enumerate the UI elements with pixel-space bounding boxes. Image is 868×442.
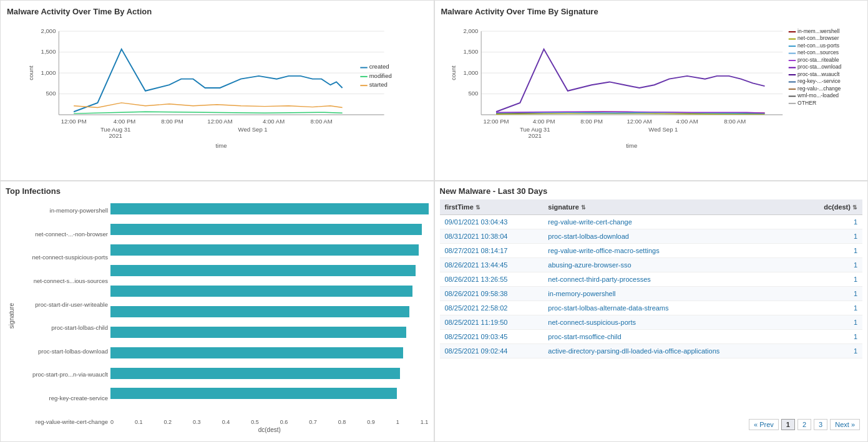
- cell-signature-6[interactable]: proc-start-lolbas-alternate-data-streams: [543, 301, 801, 315]
- table-row: 08/27/2021 08:14:17 reg-value-write-offi…: [440, 244, 863, 258]
- svg-text:1,000: 1,000: [41, 69, 56, 76]
- table-row: 08/31/2021 10:38:04 proc-start-lolbas-do…: [440, 229, 863, 244]
- cell-dc-8: 1: [801, 330, 862, 344]
- cell-firsttime-2: 08/27/2021 08:14:17: [440, 244, 544, 258]
- svg-text:Tue Aug 31: Tue Aug 31: [519, 126, 549, 133]
- cell-dc-4: 1: [801, 272, 862, 287]
- svg-text:12:00 AM: 12:00 AM: [627, 118, 651, 125]
- cell-dc-3: 1: [801, 258, 862, 272]
- cell-signature-2[interactable]: reg-value-write-office-macro-settings: [543, 244, 801, 258]
- signature-chart-svg: 2,000 1,500 1,000 500 count 12:00 PM 4:0…: [441, 19, 862, 156]
- x-tick-1: 0.1: [135, 419, 143, 425]
- table-row: 08/25/2021 22:58:02 proc-start-lolbas-al…: [440, 301, 863, 315]
- bar-label-8: reg-key-create-service: [17, 395, 108, 401]
- prev-button[interactable]: « Prev: [749, 419, 779, 430]
- table-row: 08/25/2021 09:02:44 active-directory-par…: [440, 344, 863, 358]
- svg-text:8:00 AM: 8:00 AM: [311, 118, 333, 125]
- svg-text:4:00 PM: 4:00 PM: [532, 118, 555, 125]
- action-chart-svg: 2,000 1,500 1,000 500 count 12:00 PM 4:0…: [7, 19, 427, 156]
- bar-label-5: proc-start-lolbas-child: [17, 324, 108, 331]
- bar-row-4: [110, 285, 429, 297]
- cell-dc-7: 1: [801, 315, 862, 330]
- page-2-button[interactable]: 2: [797, 419, 811, 430]
- svg-text:Tue Aug 31: Tue Aug 31: [100, 126, 130, 133]
- bar-label-9: reg-value-write-cert-change: [17, 418, 108, 425]
- bar-label-2: net-connect-suspicious-ports: [17, 254, 108, 261]
- svg-text:2021: 2021: [528, 132, 541, 139]
- bar-label-6: proc-start-lolbas-download: [17, 348, 108, 355]
- chart-title-signature: Malware Activity Over Time By Signature: [441, 7, 862, 16]
- cell-signature-4[interactable]: net-connect-third-party-processes: [543, 272, 801, 287]
- x-tick-0: 0: [110, 419, 114, 425]
- svg-text:count: count: [450, 65, 457, 80]
- svg-rect-60: [788, 67, 795, 69]
- svg-text:net-con...browser: net-con...browser: [797, 35, 839, 41]
- table-row: 09/01/2021 03:04:43 reg-value-write-cert…: [440, 215, 863, 229]
- cell-firsttime-0: 09/01/2021 03:04:43: [440, 215, 544, 229]
- svg-text:4:00 PM: 4:00 PM: [114, 118, 136, 125]
- cell-signature-7[interactable]: net-connect-suspicious-ports: [543, 315, 801, 330]
- bar-label-3: net-connect-s...ious-sources: [17, 277, 108, 284]
- page-3-button[interactable]: 3: [814, 419, 827, 430]
- top-infections-panel: Top Infections signature in-memory-power…: [0, 181, 434, 442]
- table-row: 08/26/2021 09:58:38 in-memory-powershell…: [440, 287, 863, 301]
- bar-label-4: proc-start-dir-user-writeable: [17, 301, 108, 308]
- svg-text:12:00 PM: 12:00 PM: [483, 118, 509, 125]
- sort-icon-dc: ⇅: [852, 204, 857, 211]
- cell-dc-9: 1: [801, 344, 862, 358]
- cell-dc-2: 1: [801, 244, 862, 258]
- cell-dc-6: 1: [801, 301, 862, 315]
- top-right-panel: Malware Activity Over Time By Signature …: [434, 0, 869, 181]
- cell-firsttime-8: 08/25/2021 09:03:45: [440, 330, 544, 344]
- table-container[interactable]: firstTime ⇅ signature ⇅ dc(dest) ⇅ 09/01…: [440, 199, 863, 415]
- bar-row-8: [110, 367, 429, 380]
- cell-signature-3[interactable]: abusing-azure-browser-sso: [543, 258, 801, 272]
- x-tick-3: 0.3: [193, 419, 201, 425]
- svg-text:8:00 PM: 8:00 PM: [161, 118, 183, 125]
- bar-row-1: [110, 223, 429, 236]
- bar-row-9: [110, 387, 429, 400]
- svg-rect-54: [788, 46, 795, 47]
- cell-dc-0: 1: [801, 215, 862, 229]
- svg-text:wml-mo...-loaded: wml-mo...-loaded: [797, 92, 839, 98]
- col-header-dc[interactable]: dc(dest) ⇅: [801, 199, 862, 215]
- svg-text:reg-valu-...change: reg-valu-...change: [797, 85, 841, 92]
- bar-label-0: in-memory-powershell: [17, 207, 108, 214]
- svg-text:Wed Sep 1: Wed Sep 1: [238, 126, 268, 133]
- svg-rect-26: [360, 85, 367, 86]
- cell-signature-9[interactable]: active-directory-parsing-dll-loaded-via-…: [543, 344, 801, 358]
- svg-text:1,500: 1,500: [463, 48, 478, 55]
- malware-table-panel: New Malware - Last 30 Days firstTime ⇅ s…: [434, 181, 869, 442]
- svg-text:2021: 2021: [109, 132, 122, 139]
- col-header-firsttime[interactable]: firstTime ⇅: [440, 199, 544, 215]
- svg-text:500: 500: [468, 90, 478, 97]
- svg-text:time: time: [215, 142, 227, 149]
- x-tick-8: 0.8: [338, 419, 346, 425]
- table-title: New Malware - Last 30 Days: [440, 186, 863, 196]
- malware-table: firstTime ⇅ signature ⇅ dc(dest) ⇅ 09/01…: [440, 199, 863, 358]
- page-1-button[interactable]: 1: [781, 419, 795, 430]
- svg-text:2,000: 2,000: [463, 27, 478, 34]
- cell-signature-8[interactable]: proc-start-msoffice-child: [543, 330, 801, 344]
- svg-rect-52: [788, 39, 795, 40]
- cell-signature-5[interactable]: in-memory-powershell: [543, 287, 801, 301]
- cell-signature-0[interactable]: reg-value-write-cert-change: [543, 215, 801, 229]
- svg-text:proc-sta...wuauclt: proc-sta...wuauclt: [797, 71, 840, 77]
- x-tick-9: 0.9: [367, 419, 375, 425]
- svg-rect-56: [788, 53, 795, 54]
- svg-rect-68: [788, 95, 795, 97]
- svg-text:1,000: 1,000: [463, 69, 478, 76]
- x-tick-4: 0.4: [222, 419, 230, 425]
- sort-icon-firsttime: ⇅: [475, 204, 480, 211]
- bar-row-5: [110, 305, 429, 318]
- cell-firsttime-9: 08/25/2021 09:02:44: [440, 344, 544, 358]
- svg-text:12:00 AM: 12:00 AM: [207, 118, 232, 125]
- x-tick-5: 0.5: [251, 419, 259, 425]
- cell-signature-1[interactable]: proc-start-lolbas-download: [543, 229, 801, 244]
- svg-text:8:00 AM: 8:00 AM: [724, 118, 746, 125]
- next-button[interactable]: Next »: [830, 419, 860, 430]
- col-header-signature[interactable]: signature ⇅: [543, 199, 801, 215]
- cell-dc-5: 1: [801, 287, 862, 301]
- bar-row-6: [110, 326, 429, 339]
- pagination: « Prev 1 2 3 Next »: [440, 415, 863, 431]
